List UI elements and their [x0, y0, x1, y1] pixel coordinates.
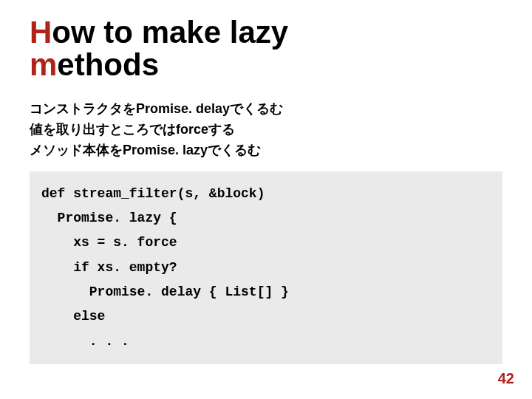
- code-line: Promise. lazy {: [41, 211, 177, 225]
- slide-title: How to make lazy methods: [30, 16, 502, 81]
- bullet-item: 値を取り出すところではforceする: [30, 120, 502, 140]
- code-line: Promise. delay { List[] }: [41, 284, 289, 299]
- code-line: . . .: [41, 334, 129, 349]
- title-line1-rest: ow to make lazy: [52, 15, 288, 50]
- page-number: 42: [498, 370, 514, 387]
- title-line2-firstletter: m: [30, 47, 57, 82]
- title-line2-rest: ethods: [57, 47, 159, 82]
- code-line: if xs. empty?: [41, 260, 177, 275]
- title-line1-firstletter: H: [30, 15, 52, 50]
- code-line: else: [41, 309, 105, 324]
- bullet-item: コンストラクタをPromise. delayでくるむ: [30, 99, 502, 120]
- slide: How to make lazy methods コンストラクタをPromise…: [0, 0, 532, 399]
- code-line: def stream_filter(s, &block): [41, 186, 265, 201]
- code-line: xs = s. force: [41, 235, 177, 250]
- bullet-item: メソッド本体をPromise. lazyでくるむ: [30, 140, 502, 161]
- bullet-list: コンストラクタをPromise. delayでくるむ 値を取り出すところではfo…: [30, 99, 502, 161]
- code-block: def stream_filter(s, &block) Promise. la…: [30, 171, 502, 364]
